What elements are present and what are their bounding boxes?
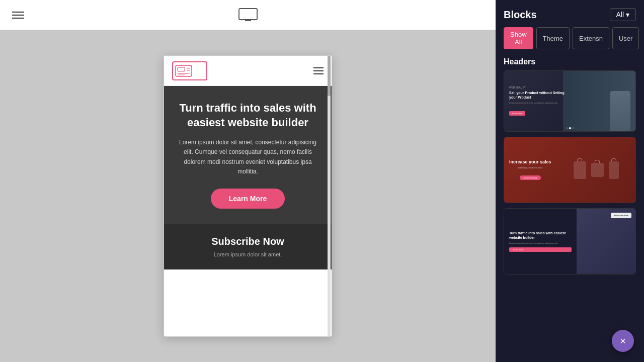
preview-hero-section: Turn traffic into sales with easiest web…	[164, 86, 332, 224]
hero-body: Lorem ipsum dolor sit amet, consectetur …	[174, 138, 321, 176]
hamburger-menu-button[interactable]	[12, 12, 24, 19]
panel-title: Blocks	[504, 9, 537, 21]
block-thumbnail-2[interactable]: Increase your sales Lorem ipsum dolor si…	[504, 137, 636, 203]
subscribe-title: Subscribe Now	[174, 236, 321, 247]
thumb1-dot-2	[569, 127, 571, 129]
learn-more-button[interactable]: Learn More	[211, 189, 285, 209]
tab-user[interactable]: User	[612, 27, 639, 49]
thumb1-dots	[566, 127, 574, 129]
preview-hamburger-line-1	[313, 67, 324, 68]
topbar-center	[238, 8, 258, 23]
thumb1-body: Lorem ipsum dolor sit amet consectetur a…	[509, 102, 568, 105]
thumb1-small-label: WEB BEAUTY	[509, 86, 568, 89]
thumb1-content: WEB BEAUTY Sell your Product without Sel…	[509, 86, 568, 116]
thumb3-subscribe-box: Subscribe Now	[611, 213, 631, 218]
thumb3-right: Subscribe Now	[577, 209, 635, 274]
bag-1-handle	[577, 158, 582, 161]
preview-hamburger-icon[interactable]	[313, 67, 324, 74]
scrollbar-track	[328, 56, 331, 336]
fab-close-button[interactable]: ×	[612, 330, 634, 352]
thumb3-body: Lorem ipsum dolor sit amet consectetur a…	[509, 242, 572, 245]
bag-1	[574, 161, 586, 179]
thumb1-btn: Learn More	[509, 111, 525, 116]
thumb3-container: Turn traffic into sales with easiest web…	[504, 209, 635, 274]
subscribe-body: Lorem ipsum dolor sit amet,	[174, 251, 321, 257]
preview-scrollbar[interactable]	[328, 56, 331, 336]
block-thumbnail-1[interactable]: WEB BEAUTY Sell your Product without Sel…	[504, 70, 636, 132]
thumb2-title: Increase your sales	[509, 159, 551, 164]
hamburger-line-1	[12, 12, 24, 13]
preview-header	[164, 56, 332, 86]
block-thumbnail-3[interactable]: Turn traffic into sales with easiest web…	[504, 208, 636, 275]
logo-box	[172, 61, 207, 80]
blocks-list: WEB BEAUTY Sell your Product without Sel…	[496, 70, 644, 362]
preview-logo	[172, 61, 207, 80]
panel-header: Blocks All ▾	[496, 0, 644, 21]
section-title-headers: Headers	[496, 55, 644, 70]
thumb3-title: Turn traffic into sales with easiest web…	[509, 231, 572, 240]
topbar	[0, 0, 496, 30]
thumb2-content: Increase your sales Lorem ipsum dolor si…	[509, 159, 551, 180]
bag-3	[609, 161, 619, 179]
monitor-icon	[238, 8, 258, 23]
bag-3-handle	[611, 158, 616, 161]
thumb2-body: Lorem ipsum dolor sit amet	[509, 166, 551, 169]
thumb3-left: Turn traffic into sales with easiest web…	[504, 209, 577, 274]
right-panel: Blocks All ▾ Show All Theme Extensn User…	[496, 0, 644, 362]
thumb1-title: Sell your Product without Selling your P…	[509, 90, 568, 100]
scrollbar-thumb	[328, 56, 331, 96]
mobile-preview: Turn traffic into sales with easiest web…	[164, 55, 332, 337]
bag-2	[591, 163, 604, 177]
thumb3-btn: Learn More	[509, 247, 572, 252]
hamburger-line-2	[12, 15, 24, 16]
hamburger-line-3	[12, 18, 24, 19]
tab-theme[interactable]: Theme	[536, 27, 570, 49]
thumb1-container: WEB BEAUTY Sell your Product without Sel…	[504, 71, 635, 131]
thumb1-dot-1	[566, 127, 568, 129]
tab-extensn[interactable]: Extensn	[573, 27, 609, 49]
thumb1-dot-3	[572, 127, 574, 129]
thumb2-btn: Start Shopping	[520, 175, 541, 180]
svg-rect-4	[178, 67, 185, 71]
filter-tabs: Show All Theme Extensn User	[496, 21, 644, 55]
preview-hamburger-line-3	[313, 73, 324, 74]
tab-show-all[interactable]: Show All	[504, 27, 533, 49]
hero-title: Turn traffic into sales with easiest web…	[174, 101, 321, 130]
svg-rect-0	[239, 9, 257, 20]
thumb1-person-shape	[610, 91, 630, 131]
preview-subscribe-section: Subscribe Now Lorem ipsum dolor sit amet…	[164, 224, 332, 269]
bag-2-handle	[595, 160, 600, 163]
all-dropdown-button[interactable]: All ▾	[610, 8, 636, 21]
thumb2-bags	[556, 137, 635, 203]
thumb2-container: Increase your sales Lorem ipsum dolor si…	[504, 137, 635, 203]
canvas-area: Turn traffic into sales with easiest web…	[0, 30, 496, 362]
preview-hamburger-line-2	[313, 70, 324, 71]
